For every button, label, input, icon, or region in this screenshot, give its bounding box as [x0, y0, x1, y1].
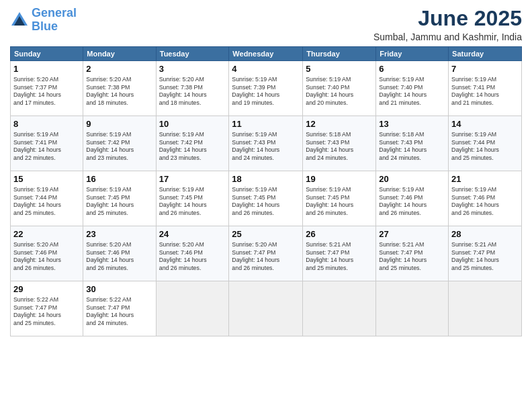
day-number: 11: [232, 118, 300, 130]
day-info: Sunrise: 5:20 AM Sunset: 7:46 PM Dayligh…: [13, 241, 80, 273]
col-monday: Monday: [83, 47, 156, 61]
day-info: Sunrise: 5:22 AM Sunset: 7:47 PM Dayligh…: [86, 296, 152, 328]
header: General Blue June 2025 Sumbal, Jammu and…: [10, 7, 522, 42]
col-sunday: Sunday: [11, 47, 83, 61]
calendar-cell: [229, 281, 303, 336]
col-thursday: Thursday: [303, 47, 376, 61]
calendar-cell: 27Sunrise: 5:21 AM Sunset: 7:47 PM Dayli…: [376, 226, 449, 281]
col-friday: Friday: [376, 47, 449, 61]
calendar-cell: 7Sunrise: 5:19 AM Sunset: 7:41 PM Daylig…: [449, 61, 522, 116]
calendar-cell: 17Sunrise: 5:19 AM Sunset: 7:45 PM Dayli…: [156, 171, 229, 226]
calendar-week-0: 1Sunrise: 5:20 AM Sunset: 7:37 PM Daylig…: [11, 61, 522, 116]
calendar-cell: 8Sunrise: 5:19 AM Sunset: 7:41 PM Daylig…: [11, 116, 83, 171]
day-number: 28: [451, 228, 519, 240]
calendar-cell: 28Sunrise: 5:21 AM Sunset: 7:47 PM Dayli…: [449, 226, 522, 281]
calendar-cell: [376, 281, 449, 336]
calendar-cell: 15Sunrise: 5:19 AM Sunset: 7:44 PM Dayli…: [11, 171, 83, 226]
calendar-cell: [449, 281, 522, 336]
calendar-cell: 22Sunrise: 5:20 AM Sunset: 7:46 PM Dayli…: [11, 226, 83, 281]
day-info: Sunrise: 5:20 AM Sunset: 7:38 PM Dayligh…: [159, 76, 226, 108]
col-saturday: Saturday: [449, 47, 522, 61]
day-number: 21: [451, 173, 519, 185]
logo-icon: [10, 11, 29, 30]
day-number: 6: [379, 63, 445, 75]
calendar: Sunday Monday Tuesday Wednesday Thursday…: [10, 46, 522, 336]
calendar-header-row: Sunday Monday Tuesday Wednesday Thursday…: [11, 47, 522, 61]
calendar-cell: 29Sunrise: 5:22 AM Sunset: 7:47 PM Dayli…: [11, 281, 83, 336]
day-number: 24: [159, 228, 226, 240]
location-title: Sumbal, Jammu and Kashmir, India: [373, 32, 522, 42]
col-tuesday: Tuesday: [156, 47, 229, 61]
day-info: Sunrise: 5:18 AM Sunset: 7:43 PM Dayligh…: [306, 131, 373, 163]
page: General Blue June 2025 Sumbal, Jammu and…: [0, 0, 532, 411]
day-info: Sunrise: 5:19 AM Sunset: 7:41 PM Dayligh…: [13, 131, 80, 163]
calendar-cell: 23Sunrise: 5:20 AM Sunset: 7:46 PM Dayli…: [83, 226, 156, 281]
day-number: 23: [86, 228, 152, 240]
calendar-cell: 9Sunrise: 5:19 AM Sunset: 7:42 PM Daylig…: [83, 116, 156, 171]
calendar-cell: 14Sunrise: 5:19 AM Sunset: 7:44 PM Dayli…: [449, 116, 522, 171]
day-number: 15: [13, 173, 80, 185]
logo-text: General Blue: [32, 7, 77, 34]
calendar-cell: 18Sunrise: 5:19 AM Sunset: 7:45 PM Dayli…: [229, 171, 303, 226]
calendar-cell: 25Sunrise: 5:20 AM Sunset: 7:47 PM Dayli…: [229, 226, 303, 281]
day-number: 26: [306, 228, 373, 240]
day-info: Sunrise: 5:20 AM Sunset: 7:37 PM Dayligh…: [13, 76, 80, 108]
day-number: 18: [232, 173, 300, 185]
calendar-cell: 13Sunrise: 5:18 AM Sunset: 7:43 PM Dayli…: [376, 116, 449, 171]
day-number: 19: [306, 173, 373, 185]
logo-line2: Blue: [32, 19, 58, 33]
calendar-cell: 4Sunrise: 5:19 AM Sunset: 7:39 PM Daylig…: [229, 61, 303, 116]
calendar-cell: 24Sunrise: 5:20 AM Sunset: 7:46 PM Dayli…: [156, 226, 229, 281]
calendar-week-4: 29Sunrise: 5:22 AM Sunset: 7:47 PM Dayli…: [11, 281, 522, 336]
day-info: Sunrise: 5:19 AM Sunset: 7:39 PM Dayligh…: [232, 76, 300, 108]
day-number: 27: [379, 228, 445, 240]
logo: General Blue: [10, 7, 77, 34]
calendar-cell: [303, 281, 376, 336]
title-block: June 2025 Sumbal, Jammu and Kashmir, Ind…: [373, 7, 522, 42]
calendar-cell: 6Sunrise: 5:19 AM Sunset: 7:40 PM Daylig…: [376, 61, 449, 116]
calendar-cell: 11Sunrise: 5:19 AM Sunset: 7:43 PM Dayli…: [229, 116, 303, 171]
day-number: 17: [159, 173, 226, 185]
day-number: 1: [13, 63, 80, 75]
day-info: Sunrise: 5:19 AM Sunset: 7:44 PM Dayligh…: [13, 186, 80, 218]
day-info: Sunrise: 5:19 AM Sunset: 7:42 PM Dayligh…: [159, 131, 226, 163]
day-info: Sunrise: 5:21 AM Sunset: 7:47 PM Dayligh…: [379, 241, 445, 273]
day-info: Sunrise: 5:19 AM Sunset: 7:45 PM Dayligh…: [159, 186, 226, 218]
day-info: Sunrise: 5:19 AM Sunset: 7:40 PM Dayligh…: [306, 76, 373, 108]
day-number: 3: [159, 63, 226, 75]
calendar-cell: 1Sunrise: 5:20 AM Sunset: 7:37 PM Daylig…: [11, 61, 83, 116]
day-info: Sunrise: 5:20 AM Sunset: 7:46 PM Dayligh…: [159, 241, 226, 273]
calendar-cell: 20Sunrise: 5:19 AM Sunset: 7:46 PM Dayli…: [376, 171, 449, 226]
day-info: Sunrise: 5:19 AM Sunset: 7:46 PM Dayligh…: [379, 186, 445, 218]
calendar-cell: 5Sunrise: 5:19 AM Sunset: 7:40 PM Daylig…: [303, 61, 376, 116]
calendar-cell: 21Sunrise: 5:19 AM Sunset: 7:46 PM Dayli…: [449, 171, 522, 226]
day-info: Sunrise: 5:19 AM Sunset: 7:44 PM Dayligh…: [451, 131, 519, 163]
day-info: Sunrise: 5:19 AM Sunset: 7:40 PM Dayligh…: [379, 76, 445, 108]
day-info: Sunrise: 5:20 AM Sunset: 7:38 PM Dayligh…: [86, 76, 152, 108]
day-info: Sunrise: 5:19 AM Sunset: 7:43 PM Dayligh…: [232, 131, 300, 163]
calendar-cell: 2Sunrise: 5:20 AM Sunset: 7:38 PM Daylig…: [83, 61, 156, 116]
calendar-cell: 26Sunrise: 5:21 AM Sunset: 7:47 PM Dayli…: [303, 226, 376, 281]
day-number: 29: [13, 283, 80, 295]
calendar-week-2: 15Sunrise: 5:19 AM Sunset: 7:44 PM Dayli…: [11, 171, 522, 226]
month-title: June 2025: [373, 7, 522, 30]
calendar-week-3: 22Sunrise: 5:20 AM Sunset: 7:46 PM Dayli…: [11, 226, 522, 281]
day-number: 12: [306, 118, 373, 130]
day-number: 8: [13, 118, 80, 130]
calendar-cell: 12Sunrise: 5:18 AM Sunset: 7:43 PM Dayli…: [303, 116, 376, 171]
day-number: 5: [306, 63, 373, 75]
day-number: 4: [232, 63, 300, 75]
day-info: Sunrise: 5:19 AM Sunset: 7:42 PM Dayligh…: [86, 131, 152, 163]
day-number: 22: [13, 228, 80, 240]
day-number: 10: [159, 118, 226, 130]
calendar-cell: 16Sunrise: 5:19 AM Sunset: 7:45 PM Dayli…: [83, 171, 156, 226]
day-info: Sunrise: 5:20 AM Sunset: 7:47 PM Dayligh…: [232, 241, 300, 273]
calendar-cell: 19Sunrise: 5:19 AM Sunset: 7:45 PM Dayli…: [303, 171, 376, 226]
day-number: 16: [86, 173, 152, 185]
logo-line1: General: [32, 6, 77, 19]
calendar-cell: 10Sunrise: 5:19 AM Sunset: 7:42 PM Dayli…: [156, 116, 229, 171]
day-info: Sunrise: 5:20 AM Sunset: 7:46 PM Dayligh…: [86, 241, 152, 273]
day-info: Sunrise: 5:19 AM Sunset: 7:46 PM Dayligh…: [451, 186, 519, 218]
day-info: Sunrise: 5:19 AM Sunset: 7:45 PM Dayligh…: [232, 186, 300, 218]
day-number: 13: [379, 118, 445, 130]
